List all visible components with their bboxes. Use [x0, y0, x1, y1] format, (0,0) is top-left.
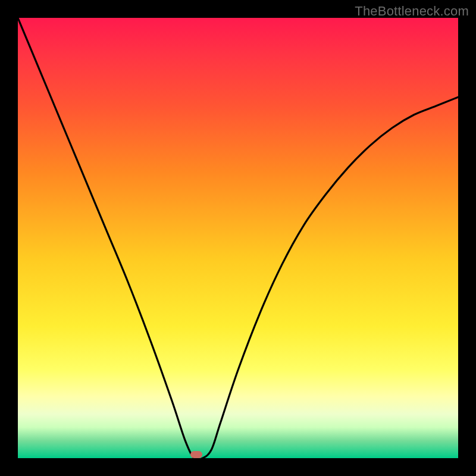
bottleneck-curve	[18, 18, 458, 458]
plot-area	[18, 18, 458, 458]
watermark-text: TheBottleneck.com	[355, 4, 469, 19]
curve-svg	[18, 18, 458, 458]
minimum-marker	[190, 451, 202, 458]
chart-frame: TheBottleneck.com	[0, 0, 476, 476]
